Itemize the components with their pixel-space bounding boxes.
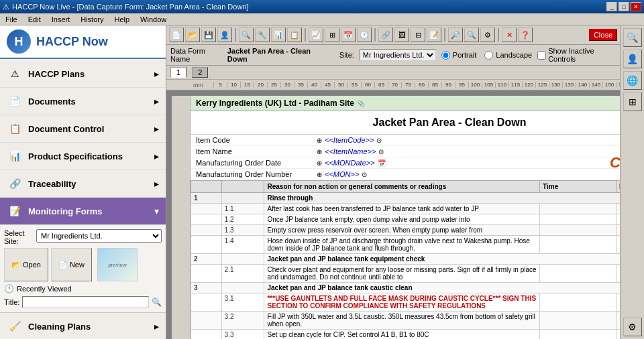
table-row: 1.4Hose down inside of JP and discharge …	[191, 236, 621, 254]
orientation-group: Portrait Landscape	[441, 51, 532, 60]
sidebar-item-label: Documents	[28, 96, 76, 107]
document-view[interactable]: Kerry Ingredients (UK) Ltd - Padiham Sit…	[166, 90, 620, 339]
toolbar-open-btn[interactable]: 📂	[185, 27, 200, 42]
landscape-radio[interactable]	[484, 51, 493, 60]
page-controls: 1 2	[166, 66, 620, 80]
site-icon: 📎	[357, 100, 365, 107]
chevron-right-icon: ▸	[154, 123, 159, 134]
toolbar-clock-btn[interactable]: 🕐	[357, 27, 372, 42]
table-row: 3.1***USE GAUNTLETS AND FULL FACE MASK D…	[191, 293, 621, 312]
sidebar-item-document-control[interactable]: 📋 Document Control ▸	[0, 115, 166, 143]
site-label: Site:	[339, 51, 354, 59]
site-dropdown[interactable]: Mr Ingredients Ltd.	[360, 49, 436, 61]
toolbar-save-btn[interactable]: 💾	[201, 27, 216, 42]
toolbar-user-btn[interactable]: 👤	[217, 27, 232, 42]
cleaning-plans-icon: 🧹	[7, 318, 23, 334]
recently-viewed-label: Recently Viewed	[17, 285, 72, 293]
new-icon: 📄	[58, 261, 68, 269]
close-button[interactable]: Close	[589, 29, 617, 41]
toolbar-calendar-btn[interactable]: 📅	[341, 27, 356, 42]
title-input[interactable]	[22, 296, 149, 308]
toolbar-delete-btn[interactable]: ✕	[502, 27, 517, 42]
col-time: Time	[540, 181, 616, 193]
portrait-radio[interactable]	[441, 51, 450, 60]
toolbar-zoom-out-btn[interactable]: 🔍	[464, 27, 479, 42]
sidebar-item-documents[interactable]: 📄 Documents ▸	[0, 88, 166, 115]
ruler: mm 5101520253035404550556065707580859095…	[166, 80, 620, 90]
open-button[interactable]: 📂 Open	[4, 248, 48, 281]
toolbar-help-btn[interactable]: ❓	[518, 27, 533, 42]
chevron-down-icon: ▾	[154, 206, 159, 216]
site-select[interactable]: Mr Ingredients Ltd.	[36, 229, 162, 243]
sidebar-item-label: Cleaning Plans	[28, 322, 91, 332]
right-search-icon[interactable]: 🔍	[623, 28, 642, 47]
toolbar-report-btn[interactable]: 📊	[271, 27, 286, 42]
field-value: <<MON>>	[325, 170, 359, 178]
sidebar-item-traceability[interactable]: 🔗 Traceability ▸	[0, 170, 166, 198]
maximize-button[interactable]: □	[619, 2, 629, 11]
table-row: 3Jacket pan and JP balance tank caustic …	[191, 283, 621, 293]
toolbar-zoom-in-btn[interactable]: 🔎	[448, 27, 463, 42]
menu-edit[interactable]: Edit	[25, 15, 44, 24]
table-row: 1.2Once JP balance tank empty, open dump…	[191, 214, 621, 225]
menu-history[interactable]: History	[78, 15, 106, 24]
toolbar-filter-btn[interactable]: 🔧	[255, 27, 270, 42]
menu-help[interactable]: Help	[111, 15, 132, 24]
menu-file[interactable]: File	[3, 15, 20, 24]
toolbar-search-btn[interactable]: 🔍	[239, 27, 254, 42]
toolbar-grid-btn[interactable]: ⊞	[325, 27, 339, 42]
title-row: Title: 🔍	[4, 296, 162, 308]
window-close-button[interactable]: ✕	[631, 2, 641, 11]
table-row: 3.2Fill JP with 350L water and 3.5L caus…	[191, 312, 621, 330]
menu-insert[interactable]: Insert	[49, 15, 73, 24]
menu-window[interactable]: Window	[138, 15, 169, 24]
menu-bar: File Edit Insert History Help Window	[0, 13, 644, 25]
field-icon: ⊕	[317, 159, 322, 167]
toolbar-table-btn[interactable]: ⊟	[411, 27, 425, 42]
field-row-mon-number: Manufacturing Order Number ⊕ <<MON>> ⊙	[191, 169, 620, 180]
search-icon[interactable]: 🔍	[152, 297, 162, 307]
table-row: 2.1Check over plant and equipment for an…	[191, 265, 621, 283]
traceability-icon: 🔗	[7, 176, 23, 192]
field-label: Manufacturing Order Date	[196, 159, 317, 167]
page-tab-1[interactable]: 1	[170, 67, 186, 78]
right-settings-icon[interactable]: ⚙	[623, 318, 642, 336]
toolbar-sep2	[305, 28, 306, 42]
col-initials: Initials IF OK	[616, 181, 620, 193]
sidebar-item-cleaning-plans[interactable]: 🧹 Cleaning Plans ▸	[0, 313, 166, 339]
toolbar-image-btn[interactable]: 🖼	[394, 27, 409, 42]
sidebar-item-label: Monitoring Forms	[28, 206, 103, 216]
landscape-label: Landscape	[496, 51, 532, 59]
table-row: 1Rinse through	[191, 193, 621, 204]
title-bar-left: ⚠ HACCP Now Live - [Data Capture Form: J…	[3, 3, 249, 11]
show-inactive-checkbox[interactable]	[537, 51, 546, 60]
toolbar-list-btn[interactable]: 📋	[287, 27, 302, 42]
field-icon: ⊕	[317, 137, 322, 144]
right-windows-icon[interactable]: ⊞	[623, 92, 642, 111]
page-tab-2[interactable]: 2	[192, 67, 208, 78]
sidebar-item-product-specifications[interactable]: 📊 Product Specifications ▸	[0, 143, 166, 170]
toolbar-chart-btn[interactable]: 📈	[309, 27, 323, 42]
right-globe-icon[interactable]: 🌐	[623, 71, 642, 90]
toolbar-sep3	[374, 28, 376, 42]
new-button[interactable]: 📄 New	[51, 248, 92, 281]
chevron-right-icon: ▸	[154, 321, 159, 332]
toolbar-settings-btn[interactable]: ⚙	[480, 27, 495, 42]
sidebar-item-monitoring-forms[interactable]: 📝 Monitoring Forms ▾	[0, 198, 166, 225]
row-markers	[172, 96, 191, 339]
content-area: 📄 📂 💾 👤 🔍 🔧 📊 📋 📈 ⊞ 📅 🕐 🔗 🖼 ⊟ 📝 🔎 🔍 ⚙	[166, 25, 620, 339]
toolbar-new-btn[interactable]: 📄	[169, 27, 184, 42]
minimize-button[interactable]: _	[606, 2, 617, 11]
field-label: Manufacturing Order Number	[196, 170, 317, 178]
sidebar-item-label: HACCP Plans	[28, 69, 85, 79]
sidebar-nav: ⚠ HACCP Plans ▸ 📄 Documents ▸ 📋 Document…	[0, 59, 166, 339]
toolbar-form-btn[interactable]: 📝	[427, 27, 441, 42]
clock-icon: 🕐	[4, 284, 14, 293]
right-user-icon[interactable]: 👤	[623, 50, 642, 68]
toolbar-link-btn[interactable]: 🔗	[378, 27, 393, 42]
sidebar-item-haccp-plans[interactable]: ⚠ HACCP Plans ▸	[0, 60, 166, 88]
ruler-marks: 5101520253035404550556065707580859095100…	[213, 82, 620, 88]
table-row: 1.3Empty screw press reservoir over scre…	[191, 225, 621, 236]
form-name-value: Jacket Pan Area - Clean Down	[227, 47, 323, 63]
right-sidebar: 🔍 👤 🌐 ⊞ ⚙	[620, 25, 644, 339]
